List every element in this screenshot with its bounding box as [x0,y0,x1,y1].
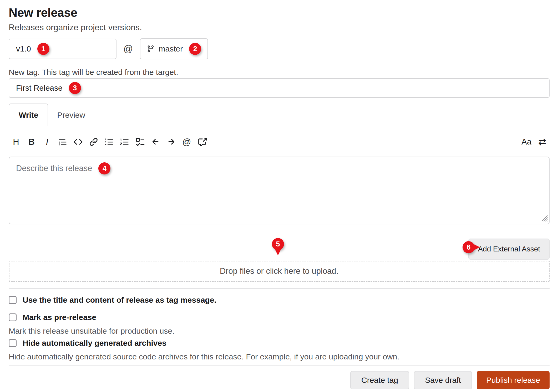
section-divider [9,288,550,289]
new-release-page: New release Releases organize project ve… [0,0,558,392]
arrow-left-icon[interactable] [151,136,160,148]
hide-archives-checkbox[interactable] [9,339,17,347]
bullet-list-icon[interactable] [104,136,114,148]
footer-actions: Create tag Save draft Publish release [9,370,550,389]
bold-icon[interactable]: B [27,136,36,148]
release-description-textarea[interactable]: Describe this release 4 [9,157,550,224]
save-draft-button[interactable]: Save draft [414,371,472,389]
tag-target-row: v1.0 1 @ master 2 [9,38,550,59]
tag-help-text: New tag. This tag will be created from t… [9,68,550,77]
task-list-icon[interactable] [135,136,145,148]
annotation-badge-4: 4 [98,162,110,174]
annotation-badge-2: 2 [189,43,201,55]
add-external-asset-button[interactable]: Add External Asset [468,239,550,260]
option-prerelease: Mark as pre-release [9,312,550,322]
code-icon[interactable] [73,136,83,148]
textarea-placeholder: Describe this release [16,162,92,174]
heading-icon[interactable]: H [11,136,21,148]
prerelease-description: Mark this release unsuitable for product… [9,327,550,336]
resize-handle[interactable] [540,214,548,223]
tag-message-checkbox[interactable] [9,296,17,304]
dropzone-text: Drop files or click here to upload. [220,266,338,276]
tag-name-value: v1.0 [16,44,31,53]
at-separator: @ [123,43,133,54]
annotation-badge-3: 3 [69,82,81,94]
toolbar-right-group: Aa ⇄ [521,136,547,148]
branch-label: master [159,44,183,53]
font-toggle-icon[interactable]: Aa [521,136,531,148]
annotation-badge-1: 1 [37,43,49,55]
numbered-list-icon[interactable] [120,136,129,148]
annotation-badge-6-number: 6 [463,241,475,253]
switch-editor-icon[interactable]: ⇄ [537,136,547,148]
quote-icon[interactable] [58,136,67,148]
prerelease-label: Mark as pre-release [23,313,96,322]
target-branch-button[interactable]: master 2 [140,38,208,59]
tag-name-input[interactable]: v1.0 1 [9,39,116,59]
italic-icon[interactable]: I [42,136,52,148]
footer-divider [9,365,550,366]
create-tag-button[interactable]: Create tag [350,371,409,389]
assets-header-row: 5 6 Add External Asset [9,238,550,260]
release-options: Use the title and content of release as … [9,295,550,361]
publish-release-button[interactable]: Publish release [477,371,550,389]
annotation-badge-6: 6 [463,241,475,253]
reference-icon[interactable] [197,136,207,148]
markdown-toolbar: H B I [9,127,550,157]
release-title-input[interactable]: First Release 3 [9,78,550,98]
file-dropzone[interactable]: Drop files or click here to upload. [9,261,550,282]
page-title: New release [9,6,550,19]
release-title-value: First Release [16,84,63,92]
mention-icon[interactable]: @ [182,136,191,148]
prerelease-checkbox[interactable] [9,313,17,321]
annotation-badge-5-number: 5 [272,238,284,250]
tag-message-label: Use the title and content of release as … [23,296,216,305]
option-hide-archives: Hide automatically generated archives [9,338,550,348]
page-subtitle: Releases organize project versions. [9,22,550,33]
hide-archives-label: Hide automatically generated archives [23,339,166,348]
textarea-placeholder-row: Describe this release 4 [16,162,110,174]
hide-archives-description: Hide automatically generated source code… [9,352,550,361]
link-icon[interactable] [89,136,98,148]
tab-write[interactable]: Write [9,104,48,127]
git-branch-icon [147,45,155,53]
arrow-right-icon[interactable] [166,136,176,148]
editor-tabbar: Write Preview [9,104,550,127]
annotation-badge-5: 5 [272,238,284,250]
toolbar-left-group: H B I [11,136,207,148]
option-tag-message: Use the title and content of release as … [9,295,550,305]
tab-preview[interactable]: Preview [48,104,94,127]
